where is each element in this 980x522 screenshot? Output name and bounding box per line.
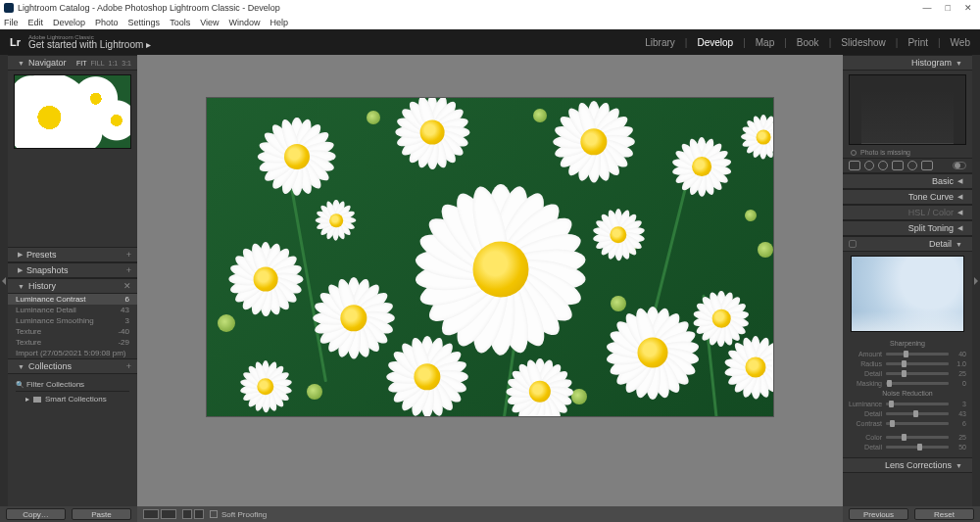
collections-filter-input[interactable]: 🔍 Filter Collections bbox=[16, 378, 129, 392]
chevron-down-icon: ▼ bbox=[18, 363, 24, 370]
menu-window[interactable]: Window bbox=[229, 18, 261, 27]
menu-help[interactable]: Help bbox=[270, 18, 289, 27]
history-item[interactable]: Luminance Contrast6 bbox=[8, 294, 137, 305]
module-print[interactable]: Print bbox=[907, 37, 928, 48]
left-panel-collapse[interactable] bbox=[0, 55, 8, 506]
histogram-header[interactable]: Histogram ▼ bbox=[843, 55, 972, 71]
before-after-toggle[interactable] bbox=[953, 162, 966, 169]
slider-radius[interactable]: Radius1.0 bbox=[849, 358, 966, 368]
hsl-panel-header[interactable]: HSL / Color◀ bbox=[843, 205, 972, 220]
panel-switch-icon[interactable] bbox=[849, 240, 857, 248]
history-item[interactable]: Texture-40 bbox=[8, 326, 137, 337]
menu-develop[interactable]: Develop bbox=[53, 18, 85, 27]
app-icon bbox=[4, 3, 14, 13]
sharpening-group: Sharpening Amount40Radius1.0Detail25Mask… bbox=[843, 336, 972, 457]
collections-header[interactable]: ▼ Collections + bbox=[8, 358, 137, 374]
redeye-tool-icon[interactable] bbox=[878, 161, 888, 170]
navigator-header[interactable]: ▼ Navigator FIT FILL 1:1 3:1 bbox=[8, 55, 137, 71]
os-titlebar: Lightroom Catalog - Adobe Photoshop Ligh… bbox=[0, 0, 980, 16]
detail-preview-thumb[interactable] bbox=[851, 256, 964, 332]
left-panel: ▼ Navigator FIT FILL 1:1 3:1 ▶ Presets +… bbox=[8, 55, 137, 506]
window-maximize-button[interactable]: □ bbox=[946, 3, 951, 13]
lenscorrections-panel-header[interactable]: Lens Corrections▼ bbox=[843, 457, 972, 473]
nav-zoom-1-1[interactable]: 1:1 bbox=[109, 60, 119, 67]
module-map[interactable]: Map bbox=[756, 37, 774, 48]
grad-tool-icon[interactable] bbox=[892, 161, 904, 170]
brand-text: Adobe Lightroom Classic Get started with… bbox=[28, 34, 151, 50]
radial-tool-icon[interactable] bbox=[907, 161, 917, 170]
slider-detail[interactable]: Detail43 bbox=[849, 408, 966, 418]
history-header[interactable]: ▼ History ✕ bbox=[8, 278, 137, 294]
splittoning-panel-header[interactable]: Split Toning◀ bbox=[843, 220, 972, 236]
detail-panel-header[interactable]: Detail▼ bbox=[843, 236, 972, 252]
slider-amount[interactable]: Amount40 bbox=[849, 349, 966, 358]
menu-view[interactable]: View bbox=[200, 18, 219, 27]
window-title: Lightroom Catalog - Adobe Photoshop Ligh… bbox=[18, 3, 280, 13]
chevron-down-icon: ▼ bbox=[18, 60, 24, 67]
smart-collections-item[interactable]: ▸ Smart Collections bbox=[16, 392, 129, 406]
slider-masking[interactable]: Masking0 bbox=[849, 378, 966, 388]
histogram-display[interactable] bbox=[849, 74, 966, 145]
brush-tool-icon[interactable] bbox=[921, 161, 933, 170]
menu-file[interactable]: File bbox=[4, 18, 19, 27]
slider-detail[interactable]: Detail50 bbox=[849, 442, 966, 451]
crop-tool-icon[interactable] bbox=[849, 161, 860, 170]
menu-photo[interactable]: Photo bbox=[95, 18, 119, 27]
view-copy-icon[interactable] bbox=[194, 509, 204, 519]
view-mode-loupe-icon[interactable] bbox=[143, 509, 159, 519]
view-swap-icon[interactable] bbox=[182, 509, 192, 519]
history-item[interactable]: Texture-29 bbox=[8, 337, 137, 348]
slider-detail[interactable]: Detail25 bbox=[849, 368, 966, 378]
history-item[interactable]: Luminance Detail43 bbox=[8, 305, 137, 315]
folder-icon bbox=[33, 397, 41, 403]
nav-zoom-fit[interactable]: FIT bbox=[76, 60, 87, 67]
menu-edit[interactable]: Edit bbox=[28, 18, 44, 27]
app-menubar: File Edit Develop Photo Settings Tools V… bbox=[0, 16, 980, 29]
soft-proofing-toggle[interactable]: Soft Proofing bbox=[210, 510, 267, 519]
navigator-thumbnail[interactable] bbox=[14, 74, 131, 149]
module-slideshow[interactable]: Slideshow bbox=[841, 37, 886, 48]
module-develop[interactable]: Develop bbox=[697, 37, 733, 48]
module-library[interactable]: Library bbox=[645, 37, 675, 48]
basic-panel-header[interactable]: Basic◀ bbox=[843, 173, 972, 189]
identity-plate-bar: Lr Adobe Lightroom Classic Get started w… bbox=[0, 29, 980, 55]
window-minimize-button[interactable]: — bbox=[923, 3, 932, 13]
reset-button[interactable]: Reset bbox=[914, 508, 974, 520]
chevron-right-icon: ▶ bbox=[18, 266, 23, 274]
nav-zoom-3-1[interactable]: 3:1 bbox=[122, 60, 131, 67]
right-panel-collapse[interactable] bbox=[972, 55, 980, 506]
module-web[interactable]: Web bbox=[951, 37, 970, 48]
slider-contrast[interactable]: Contrast6 bbox=[849, 418, 966, 428]
window-close-button[interactable]: ✕ bbox=[964, 3, 972, 13]
slider-luminance[interactable]: Luminance3 bbox=[849, 399, 966, 408]
menu-settings[interactable]: Settings bbox=[128, 18, 161, 27]
develop-toolstrip bbox=[843, 158, 972, 173]
chevron-down-icon: ▼ bbox=[18, 283, 24, 290]
spot-tool-icon[interactable] bbox=[864, 161, 874, 170]
tonecurve-panel-header[interactable]: Tone Curve◀ bbox=[843, 189, 972, 205]
view-mode-before-after-icon[interactable] bbox=[161, 509, 176, 519]
bottom-toolbar: Copy… Paste Soft Proofing Previous Reset bbox=[0, 506, 980, 522]
history-item[interactable]: Luminance Smoothing3 bbox=[8, 315, 137, 326]
app-logo: Lr bbox=[10, 36, 21, 48]
snapshots-header[interactable]: ▶ Snapshots + bbox=[8, 262, 137, 278]
presets-header[interactable]: ▶ Presets + bbox=[8, 247, 137, 262]
chevron-down-icon: ▼ bbox=[956, 60, 962, 67]
photo-canvas bbox=[207, 98, 773, 416]
module-picker: Library| Develop| Map| Book| Slideshow| … bbox=[645, 37, 970, 48]
chevron-right-icon: ▶ bbox=[18, 251, 23, 259]
right-panel: Histogram ▼ Photo is missing Basic◀ Tone… bbox=[843, 55, 972, 506]
menu-tools[interactable]: Tools bbox=[170, 18, 190, 27]
previous-button[interactable]: Previous bbox=[849, 508, 908, 520]
history-item[interactable]: Import (27/05/2021 5:09:08 pm) bbox=[8, 348, 137, 358]
paste-button[interactable]: Paste bbox=[72, 508, 131, 520]
history-list: Luminance Contrast6 Luminance Detail43 L… bbox=[8, 294, 137, 358]
loupe-view[interactable] bbox=[137, 55, 843, 506]
copy-button[interactable]: Copy… bbox=[6, 508, 66, 520]
module-book[interactable]: Book bbox=[797, 37, 819, 48]
nav-zoom-fill[interactable]: FILL bbox=[91, 60, 105, 67]
checkbox-icon[interactable] bbox=[210, 510, 218, 518]
slider-color[interactable]: Color25 bbox=[849, 432, 966, 442]
photo-missing-note: Photo is missing bbox=[843, 147, 972, 158]
